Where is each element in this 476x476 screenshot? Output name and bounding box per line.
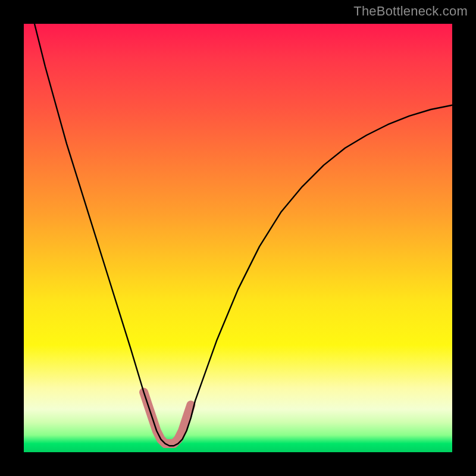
chart-stage: TheBottleneck.com [0, 0, 476, 476]
watermark-text: TheBottleneck.com [353, 4, 468, 19]
curve-layer [24, 24, 452, 452]
plot-area [24, 24, 452, 452]
bottleneck-curve [24, 24, 452, 446]
